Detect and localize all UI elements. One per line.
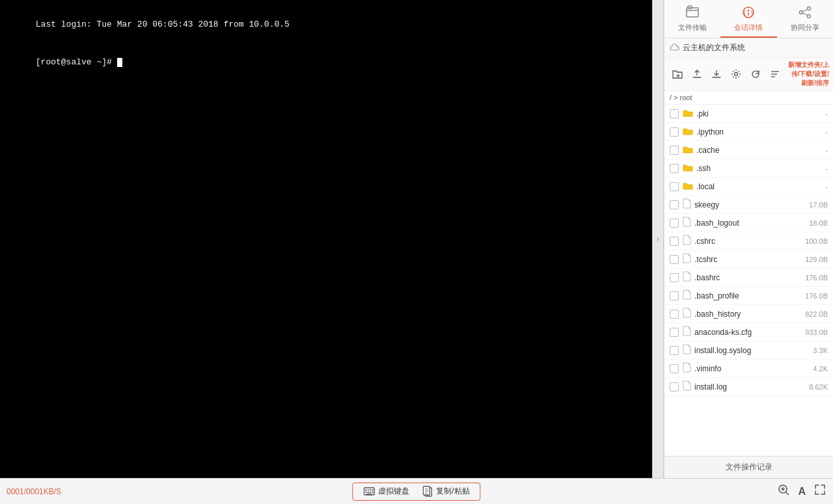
file-size: 176.0B xyxy=(795,274,828,282)
file-op-log[interactable]: 文件操作记录 xyxy=(664,456,833,478)
file-checkbox[interactable] xyxy=(670,146,679,155)
list-item[interactable]: install.log8.62K xyxy=(664,378,833,396)
session-detail-icon xyxy=(741,5,756,21)
list-item[interactable]: .bash_history822.0B xyxy=(664,305,833,323)
svg-point-6 xyxy=(807,7,810,10)
file-icon xyxy=(683,217,691,229)
list-item[interactable]: .local- xyxy=(664,178,833,196)
copy-paste-button[interactable]: 复制/粘贴 xyxy=(422,486,469,497)
file-name: .ipython xyxy=(696,127,795,137)
list-item[interactable]: anaconda-ks.cfg933.0B xyxy=(664,323,833,341)
breadcrumb: / > root xyxy=(664,91,833,105)
file-icon xyxy=(683,344,691,356)
file-checkbox[interactable] xyxy=(670,255,679,264)
list-item[interactable]: .bashrc176.0B xyxy=(664,269,833,287)
file-icon xyxy=(683,362,691,375)
svg-rect-24 xyxy=(365,492,366,493)
file-checkbox[interactable] xyxy=(670,127,679,137)
file-size: 4.2K xyxy=(795,365,828,373)
folder-icon xyxy=(683,127,693,137)
file-checkbox[interactable] xyxy=(670,310,679,319)
tab-session-detail[interactable]: 会话详情 xyxy=(720,0,776,38)
list-item[interactable]: install.log.syslog3.3K xyxy=(664,341,833,360)
file-checkbox[interactable] xyxy=(670,346,679,355)
upload-button[interactable] xyxy=(688,65,706,83)
zoom-in-button[interactable] xyxy=(777,483,790,499)
collapse-chevron: › xyxy=(657,235,659,243)
terminal-output: Last login: Tue Mar 20 06:05:43 2018 fro… xyxy=(5,5,647,81)
panel-collapse-handle[interactable]: › xyxy=(652,0,664,478)
list-item[interactable]: .bash_logout18.0B xyxy=(664,214,833,232)
file-icon xyxy=(683,289,691,302)
file-size: 822.0B xyxy=(795,310,828,318)
file-size: 129.0B xyxy=(795,256,828,263)
fs-header-label: 云主机的文件系统 xyxy=(683,42,745,53)
file-size: - xyxy=(795,183,828,191)
list-item[interactable]: skeegy17.0B xyxy=(664,196,833,214)
terminal[interactable]: Last login: Tue Mar 20 06:05:43 2018 fro… xyxy=(0,0,652,478)
file-name: .viminfo xyxy=(694,364,795,373)
file-checkbox[interactable] xyxy=(670,328,679,337)
list-item[interactable]: .viminfo4.2K xyxy=(664,360,833,378)
file-name: .bashrc xyxy=(694,273,795,282)
font-size-button[interactable]: A xyxy=(798,486,806,497)
file-icon xyxy=(683,235,691,247)
svg-rect-2 xyxy=(688,6,692,8)
file-checkbox[interactable] xyxy=(670,182,679,191)
file-size: 176.0B xyxy=(795,292,828,300)
file-checkbox[interactable] xyxy=(670,237,679,246)
list-item[interactable]: .ssh- xyxy=(664,159,833,178)
file-checkbox[interactable] xyxy=(670,382,679,391)
fullscreen-button[interactable] xyxy=(813,483,826,499)
svg-point-4 xyxy=(748,10,750,12)
file-icon xyxy=(683,308,691,320)
svg-rect-20 xyxy=(365,490,366,491)
file-checkbox[interactable] xyxy=(670,164,679,173)
list-item[interactable]: .tcshrc129.0B xyxy=(664,250,833,269)
tab-collab-share[interactable]: 协同分享 xyxy=(777,0,833,38)
list-item[interactable]: .pki- xyxy=(664,105,833,123)
file-name: install.log xyxy=(694,382,795,391)
tab-file-transfer[interactable]: 文件传输 xyxy=(664,0,720,38)
refresh-button[interactable] xyxy=(746,65,765,83)
file-list: .pki-.ipython-.cache-.ssh-.local-skeegy1… xyxy=(664,105,833,456)
status-bar: 0001/0001KB/S 虚拟键盘 xyxy=(0,478,833,504)
download-button[interactable] xyxy=(707,65,726,83)
list-item[interactable]: .cache- xyxy=(664,141,833,159)
new-folder-button[interactable] xyxy=(668,65,687,83)
right-panel: 文件传输 会话详情 xyxy=(664,0,833,478)
file-icon xyxy=(683,198,691,211)
svg-rect-0 xyxy=(687,8,698,17)
status-center-controls: 虚拟键盘 复制/粘贴 xyxy=(352,483,480,501)
file-icon xyxy=(683,253,691,265)
file-name: .ssh xyxy=(696,164,795,173)
file-name: skeegy xyxy=(694,200,795,209)
svg-point-15 xyxy=(735,73,738,76)
file-name: anaconda-ks.cfg xyxy=(694,328,795,337)
file-size: 100.0B xyxy=(795,237,828,245)
file-icon xyxy=(683,271,691,284)
list-item[interactable]: .bash_profile176.0B xyxy=(664,287,833,305)
file-size: - xyxy=(795,110,828,118)
list-item[interactable]: .cshrc100.0B xyxy=(664,232,833,250)
virtual-keyboard-button[interactable]: 虚拟键盘 xyxy=(363,486,409,497)
file-name: install.log.syslog xyxy=(694,346,795,355)
file-checkbox[interactable] xyxy=(670,291,679,300)
svg-point-8 xyxy=(807,15,810,18)
sort-button[interactable] xyxy=(766,65,784,83)
file-checkbox[interactable] xyxy=(670,200,679,209)
file-size: 8.62K xyxy=(795,383,828,391)
terminal-line1: Last login: Tue Mar 20 06:05:43 2018 fro… xyxy=(36,20,290,29)
file-size: - xyxy=(795,146,828,154)
file-name: .bash_profile xyxy=(694,291,795,300)
file-checkbox[interactable] xyxy=(670,273,679,282)
file-checkbox[interactable] xyxy=(670,109,679,118)
list-item[interactable]: .ipython- xyxy=(664,123,833,141)
settings-button[interactable] xyxy=(727,65,745,83)
file-checkbox[interactable] xyxy=(670,364,679,373)
svg-line-10 xyxy=(802,13,808,16)
file-checkbox[interactable] xyxy=(670,219,679,228)
file-size: 18.0B xyxy=(795,219,828,227)
file-name: .cshrc xyxy=(694,237,795,246)
svg-line-9 xyxy=(802,10,808,12)
